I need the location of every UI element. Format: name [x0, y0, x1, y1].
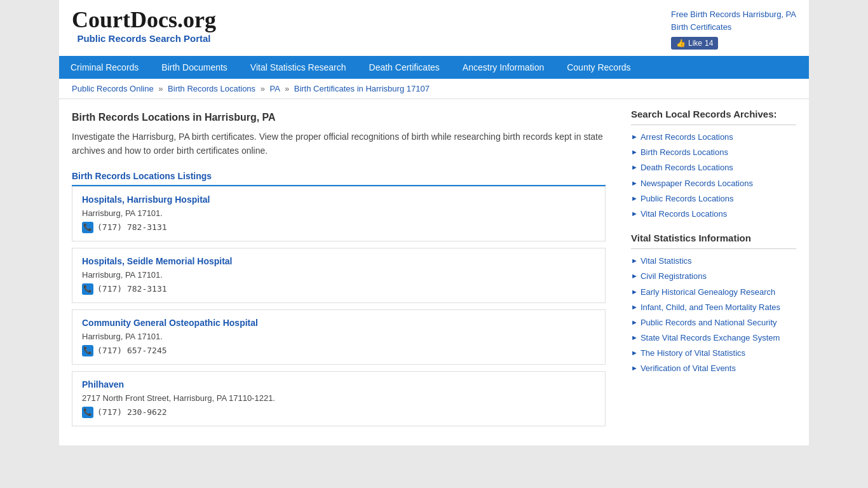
logo-section: CourtDocs.org Public Records Search Port… — [72, 6, 216, 44]
sidebar-link-item: ► Infant, Child, and Teen Mortality Rate… — [631, 302, 796, 313]
arrow-icon: ► — [631, 364, 638, 372]
listing-phone: 📞 (717) 230-9622 — [82, 407, 595, 418]
arrow-icon: ► — [631, 272, 638, 280]
sidebar-link-item: ► Early Historical Genealogy Research — [631, 287, 796, 298]
sidebar-link-item: ► Public Records Locations — [631, 193, 796, 205]
sidebar-civil-registrations[interactable]: Civil Registrations — [641, 271, 707, 282]
sidebar-verification-vital-events[interactable]: Verification of Vital Events — [641, 363, 736, 374]
sidebar-link-item: ► Vital Records Locations — [631, 208, 796, 220]
main-navigation: Criminal Records Birth Documents Vital S… — [59, 56, 809, 79]
sidebar-vital-statistics[interactable]: Vital Statistics — [641, 255, 692, 267]
phone-number: (717) 230-9622 — [97, 407, 167, 417]
phone-number: (717) 782-3131 — [97, 222, 167, 232]
nav-county-records[interactable]: County Records — [555, 56, 642, 79]
sidebar-death-records[interactable]: Death Records Locations — [641, 162, 733, 173]
listing-address: Harrisburg, PA 17101. — [82, 270, 595, 280]
listing-phone: 📞 (717) 657-7245 — [82, 345, 595, 356]
sidebar-link-item: ► Birth Records Locations — [631, 147, 796, 158]
free-birth-link[interactable]: Free Birth Records Harrisburg, PA — [671, 10, 796, 19]
arrow-icon: ► — [631, 334, 638, 341]
sidebar-infant-mortality[interactable]: Infant, Child, and Teen Mortality Rates — [641, 302, 780, 313]
sidebar-birth-records[interactable]: Birth Records Locations — [641, 147, 728, 158]
site-logo-subtitle: Public Records Search Portal — [72, 33, 216, 44]
sidebar-link-item: ► Verification of Vital Events — [631, 363, 796, 374]
site-logo-title[interactable]: CourtDocs.org — [72, 6, 216, 33]
sidebar-arrest-records[interactable]: Arrest Records Locations — [641, 132, 733, 143]
arrow-icon: ► — [631, 288, 638, 295]
phone-icon: 📞 — [82, 283, 93, 295]
listing-address: 2717 North Front Street, Harrisburg, PA … — [82, 393, 595, 403]
breadcrumb: Public Records Online » Birth Records Lo… — [59, 79, 809, 99]
arrow-icon: ► — [631, 303, 638, 311]
page-description: Investigate the Harrisburg, PA birth cer… — [72, 130, 606, 158]
birth-cert-link[interactable]: Birth Certificates — [671, 22, 796, 32]
breadcrumb-pa[interactable]: PA — [270, 84, 280, 93]
sidebar-link-item: ► Death Records Locations — [631, 162, 796, 173]
listing-item: Hospitals, Seidle Memorial Hospital Harr… — [72, 248, 606, 303]
phone-icon: 📞 — [82, 222, 93, 233]
sidebar-vital-records[interactable]: Vital Records Locations — [641, 208, 727, 220]
breadcrumb-sep1: » — [158, 84, 165, 93]
breadcrumb-public-records-online[interactable]: Public Records Online — [72, 84, 154, 93]
phone-icon: 📞 — [82, 345, 93, 356]
sidebar-vital-stats-title: Vital Statistics Information — [631, 233, 796, 249]
breadcrumb-sep2: » — [261, 84, 268, 93]
arrow-icon: ► — [631, 349, 638, 356]
listing-item: Community General Osteopathic Hospital H… — [72, 309, 606, 365]
listings-header: Birth Records Locations Listings — [72, 171, 606, 186]
sidebar-public-national-security[interactable]: Public Records and National Security — [641, 317, 777, 329]
sidebar-link-item: ► Arrest Records Locations — [631, 132, 796, 143]
listing-address: Harrisburg, PA 17101. — [82, 332, 595, 341]
sidebar-link-item: ► Public Records and National Security — [631, 317, 796, 329]
listing-name-harrisburg-hospital[interactable]: Hospitals, Harrisburg Hospital — [82, 194, 595, 205]
listing-item: Philhaven 2717 North Front Street, Harri… — [72, 371, 606, 426]
phone-number: (717) 782-3131 — [97, 284, 167, 294]
sidebar-public-records[interactable]: Public Records Locations — [641, 193, 734, 205]
nav-birth-documents[interactable]: Birth Documents — [150, 56, 238, 79]
listing-name-philhaven[interactable]: Philhaven — [82, 379, 595, 390]
sidebar-vital-stats-section: Vital Statistics Information ► Vital Sta… — [631, 233, 796, 375]
sidebar-link-item: ► Civil Registrations — [631, 271, 796, 282]
sidebar-history-vital-stats[interactable]: The History of Vital Statistics — [641, 348, 745, 359]
sidebar-state-vital-exchange[interactable]: State Vital Records Exchange System — [641, 332, 780, 344]
facebook-like-button[interactable]: 👍 Like 14 — [671, 37, 718, 50]
listing-name-seidle-hospital[interactable]: Hospitals, Seidle Memorial Hospital — [82, 256, 595, 266]
phone-number: (717) 657-7245 — [97, 346, 167, 355]
nav-vital-statistics-research[interactable]: Vital Statistics Research — [239, 56, 358, 79]
nav-criminal-records[interactable]: Criminal Records — [59, 56, 150, 79]
arrow-icon: ► — [631, 133, 638, 140]
arrow-icon: ► — [631, 318, 638, 326]
arrow-icon: ► — [631, 210, 638, 217]
fb-like-count: 14 — [705, 39, 713, 48]
fb-like-label: Like — [688, 39, 702, 48]
nav-ancestry-information[interactable]: Ancestry Information — [451, 56, 555, 79]
arrow-icon: ► — [631, 148, 638, 156]
sidebar: Search Local Records Archives: ► Arrest … — [618, 99, 809, 445]
nav-death-certificates[interactable]: Death Certificates — [358, 56, 451, 79]
listing-phone: 📞 (717) 782-3131 — [82, 222, 595, 233]
breadcrumb-birth-records-locations[interactable]: Birth Records Locations — [168, 84, 255, 93]
listing-name-community-general[interactable]: Community General Osteopathic Hospital — [82, 318, 595, 328]
phone-icon: 📞 — [82, 407, 93, 418]
sidebar-link-item: ► The History of Vital Statistics — [631, 348, 796, 359]
arrow-icon: ► — [631, 179, 638, 187]
sidebar-early-historical[interactable]: Early Historical Genealogy Research — [641, 287, 775, 298]
breadcrumb-sep3: » — [285, 84, 292, 93]
arrow-icon: ► — [631, 257, 638, 264]
sidebar-link-item: ► State Vital Records Exchange System — [631, 332, 796, 344]
page-title: Birth Records Locations in Harrisburg, P… — [72, 112, 606, 123]
sidebar-archives-title: Search Local Records Archives: — [631, 109, 796, 125]
arrow-icon: ► — [631, 194, 638, 202]
listing-item: Hospitals, Harrisburg Hospital Harrisbur… — [72, 186, 606, 241]
sidebar-archives-section: Search Local Records Archives: ► Arrest … — [631, 109, 796, 220]
sidebar-link-item: ► Newspaper Records Locations — [631, 178, 796, 189]
listing-phone: 📞 (717) 782-3131 — [82, 283, 595, 295]
fb-thumbs-icon: 👍 — [676, 39, 686, 48]
breadcrumb-current[interactable]: Birth Certificates in Harrisburg 17107 — [294, 84, 430, 93]
header-right: Free Birth Records Harrisburg, PA Birth … — [671, 6, 796, 50]
listing-address: Harrisburg, PA 17101. — [82, 208, 595, 218]
arrow-icon: ► — [631, 163, 638, 171]
sidebar-link-item: ► Vital Statistics — [631, 255, 796, 267]
sidebar-newspaper-records[interactable]: Newspaper Records Locations — [641, 178, 753, 189]
